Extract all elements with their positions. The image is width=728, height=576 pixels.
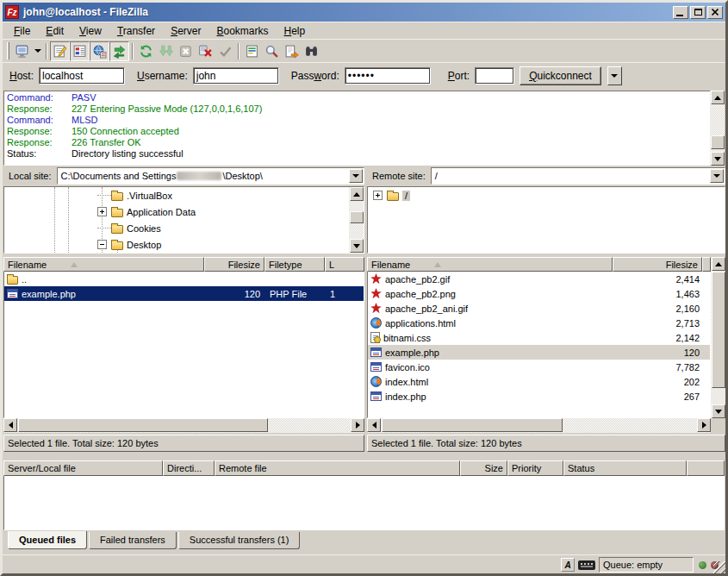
column-direction[interactable]: Directi... (163, 460, 215, 476)
status-bar: A Queue: empty (3, 554, 725, 573)
column-server-local-file[interactable]: Server/Local file (3, 460, 163, 476)
local-path-dropdown-button[interactable] (349, 169, 363, 183)
close-button[interactable] (707, 6, 723, 19)
remote-path-combo[interactable]: / (431, 167, 725, 185)
expand-icon[interactable] (97, 207, 107, 216)
local-path-combo[interactable]: C:\Documents and Settings\Desktop\ (57, 167, 364, 185)
synchronized-browsing-button[interactable] (282, 41, 302, 61)
file-row[interactable]: favicon.ico7,782 (368, 360, 710, 374)
menu-bookmarks[interactable]: Bookmarks (208, 23, 276, 39)
remote-directory-tree: / (367, 186, 725, 254)
tree-item-application-data[interactable]: Application Data (4, 203, 364, 220)
minimize-icon (676, 15, 683, 16)
scroll-thumb[interactable] (712, 272, 725, 388)
menu-file[interactable]: File (6, 23, 38, 39)
file-search-button[interactable] (262, 41, 282, 61)
expand-icon[interactable] (373, 191, 383, 200)
tree-item-virtualbox[interactable]: .VirtualBox (4, 187, 364, 203)
toolbar-grip[interactable] (7, 42, 9, 59)
toggle-local-tree-button[interactable] (70, 41, 90, 61)
tab-queued-files[interactable]: Queued files (8, 531, 87, 549)
minimize-button[interactable] (673, 6, 688, 19)
toggle-remote-tree-button[interactable] (90, 41, 109, 61)
column-filetype[interactable]: Filetype (264, 257, 325, 272)
tree-item-desktop[interactable]: Desktop (4, 236, 364, 253)
quickconnect-button[interactable]: Quickconnect (520, 66, 601, 85)
chevron-down-icon (713, 174, 720, 178)
file-row[interactable]: applications.html2,713 (368, 316, 710, 330)
quickconnect-dropdown-button[interactable] (607, 66, 622, 85)
column-filler (687, 460, 725, 476)
file-row-updir[interactable]: .. (4, 272, 364, 286)
menu-view[interactable]: View (72, 23, 109, 39)
remote-hscrollbar[interactable] (367, 418, 711, 433)
directory-comparison-button[interactable] (302, 41, 321, 61)
chevron-down-icon (611, 74, 618, 78)
tab-failed-transfers[interactable]: Failed transfers (89, 532, 177, 549)
port-input[interactable] (475, 67, 514, 85)
filter-button[interactable] (242, 41, 262, 61)
scroll-up-button[interactable] (711, 91, 725, 104)
sort-ascending-icon (71, 262, 78, 267)
menu-transfer[interactable]: Transfer (109, 23, 163, 39)
clear-queue-button[interactable] (215, 41, 235, 61)
scroll-down-button[interactable] (711, 152, 725, 166)
host-input[interactable] (39, 67, 125, 85)
tree-item-cookies[interactable]: Cookies (4, 220, 364, 236)
scroll-down-button[interactable] (712, 404, 725, 418)
local-tree-scrollbar[interactable] (349, 187, 364, 253)
tree-item-root[interactable]: / (368, 187, 725, 203)
scroll-down-button[interactable] (350, 239, 364, 253)
menu-bar: File Edit View Transfer Server Bookmarks… (3, 22, 725, 39)
process-queue-button[interactable] (156, 41, 176, 61)
username-input[interactable] (193, 67, 279, 85)
local-hscrollbar[interactable] (3, 418, 364, 433)
toggle-message-log-button[interactable] (50, 41, 70, 61)
file-row[interactable]: bitnami.css2,142 (368, 330, 710, 345)
toggle-queue-button[interactable] (109, 41, 129, 61)
file-row[interactable]: apache_pb2.png1,463 (368, 286, 710, 301)
file-row[interactable]: index.html202 (368, 374, 710, 389)
refresh-button[interactable] (136, 41, 156, 61)
file-row-selected[interactable]: example.php120 (368, 345, 710, 360)
file-row[interactable]: index.php267 (368, 389, 710, 404)
collapse-icon[interactable] (97, 240, 107, 249)
scroll-thumb[interactable] (350, 211, 364, 223)
site-manager-button[interactable] (12, 41, 32, 61)
scroll-left-button[interactable] (3, 418, 17, 432)
scroll-right-button[interactable] (351, 418, 364, 432)
menu-help[interactable]: Help (277, 23, 314, 39)
column-filename[interactable]: Filename (367, 257, 613, 272)
scroll-right-button[interactable] (697, 418, 711, 432)
binoculars-icon (304, 44, 319, 59)
column-filesize[interactable]: Filesize (204, 257, 264, 272)
column-priority[interactable]: Priority (507, 460, 563, 476)
cancel-operation-button[interactable] (176, 41, 196, 61)
tab-successful-transfers[interactable]: Successful transfers (1) (178, 532, 301, 549)
menu-server[interactable]: Server (163, 23, 208, 39)
column-remote-file[interactable]: Remote file (215, 460, 460, 476)
scroll-thumb[interactable] (382, 418, 563, 432)
remote-vscrollbar[interactable] (711, 257, 725, 418)
column-size[interactable]: Size (460, 460, 507, 476)
scroll-up-button[interactable] (350, 187, 364, 201)
column-lastmodified[interactable]: L (325, 257, 364, 272)
column-status[interactable]: Status (563, 460, 687, 476)
file-row[interactable]: apache_pb2.gif2,414 (368, 272, 710, 286)
password-input[interactable] (345, 67, 431, 85)
menu-edit[interactable]: Edit (38, 23, 72, 39)
remote-path-dropdown-button[interactable] (710, 169, 724, 183)
file-row-example-php[interactable]: example.php 120 PHP File 1 (4, 286, 364, 301)
column-filename[interactable]: Filename (3, 257, 204, 272)
resize-grip[interactable] (713, 561, 725, 573)
file-row[interactable]: apache_pb2_ani.gif2,160 (368, 301, 710, 316)
scroll-thumb[interactable] (711, 135, 725, 149)
scroll-left-button[interactable] (367, 418, 381, 432)
disconnect-button[interactable] (196, 41, 215, 61)
site-manager-dropdown-button[interactable] (32, 42, 43, 60)
column-filesize[interactable]: Filesize (613, 257, 702, 272)
scroll-thumb[interactable] (18, 418, 268, 432)
maximize-button[interactable] (690, 6, 706, 19)
scroll-up-button[interactable] (712, 257, 725, 271)
log-scrollbar[interactable] (710, 91, 725, 166)
